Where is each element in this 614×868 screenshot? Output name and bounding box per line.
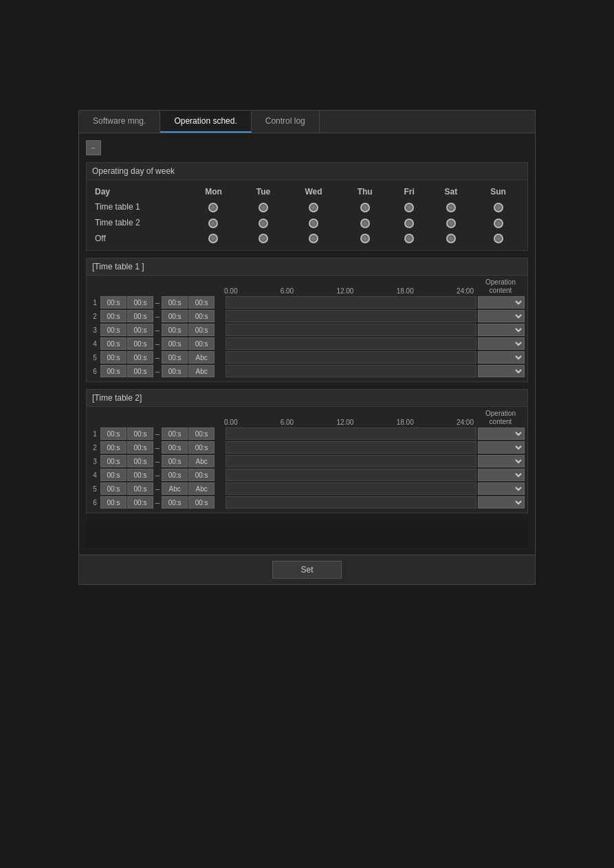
tt1-sun[interactable] — [473, 199, 523, 215]
t1r1-from1[interactable] — [100, 296, 127, 309]
op-select-5[interactable] — [478, 351, 525, 364]
t2r5-to1[interactable] — [162, 482, 188, 495]
t1r2-from1[interactable] — [100, 310, 127, 322]
tt1-tue[interactable] — [240, 199, 287, 215]
t1r1-to2[interactable] — [188, 296, 215, 309]
set-button[interactable]: Set — [272, 561, 341, 579]
tt2-thu[interactable] — [340, 215, 389, 231]
t1r1-to1[interactable] — [162, 296, 188, 309]
t1r6-from2[interactable] — [127, 365, 153, 377]
t2r1-to2[interactable] — [188, 427, 215, 440]
tt1-wed[interactable] — [287, 199, 340, 215]
tt2-mon[interactable] — [187, 215, 240, 231]
t1r3-from2[interactable] — [127, 324, 153, 336]
t2r2-to1[interactable] — [162, 441, 188, 454]
tab-software-mng[interactable]: Software mng. — [79, 111, 160, 133]
t1r3-to2[interactable] — [188, 324, 215, 336]
t1r3-from1[interactable] — [100, 324, 127, 336]
t2r4-to1[interactable] — [162, 469, 188, 481]
t2-op-select-4[interactable] — [478, 469, 525, 481]
t1r1-from2[interactable] — [127, 296, 153, 309]
t1r6-to1[interactable] — [162, 365, 188, 377]
off-sun[interactable] — [473, 231, 523, 247]
dow-section-content: Day Mon Tue Wed Thu Fri Sat Sun Time tab — [87, 180, 527, 250]
t1r6-to2[interactable] — [188, 365, 215, 377]
off-tue[interactable] — [240, 231, 287, 247]
t1r5-from2[interactable] — [127, 351, 153, 364]
tt1-mon[interactable] — [187, 199, 240, 215]
timetable2-row-4: 4 – — [89, 469, 525, 481]
t2r2-to2[interactable] — [188, 441, 215, 454]
t1r4-from2[interactable] — [127, 337, 153, 350]
tt2-tue[interactable] — [240, 215, 287, 231]
time-inputs-2: – — [100, 310, 224, 322]
t1r5-to1[interactable] — [162, 351, 188, 364]
t2r4-from1[interactable] — [100, 469, 127, 481]
t2-op-select-1[interactable] — [478, 427, 525, 440]
t2r6-to1[interactable] — [162, 496, 188, 509]
t2-op-select-6[interactable] — [478, 496, 525, 509]
op-select-3[interactable] — [478, 324, 525, 336]
tt1-fri[interactable] — [389, 199, 428, 215]
t2r3-to1[interactable] — [162, 455, 188, 467]
axis2-label-12: 12.00 — [336, 419, 353, 426]
toolbar: − — [86, 140, 528, 155]
t1r4-from1[interactable] — [100, 337, 127, 350]
tt2-sat[interactable] — [429, 215, 473, 231]
tt2-sun[interactable] — [473, 215, 523, 231]
dow-col-sun: Sun — [473, 184, 523, 199]
off-fri[interactable] — [389, 231, 428, 247]
t1r4-to2[interactable] — [188, 337, 215, 350]
tab-control-log[interactable]: Control log — [252, 111, 320, 133]
toolbar-minus-button[interactable]: − — [86, 140, 101, 155]
op-select-2[interactable] — [478, 310, 525, 322]
off-sat[interactable] — [429, 231, 473, 247]
t2r4-to2[interactable] — [188, 469, 215, 481]
t2-row-num-3: 3 — [89, 458, 100, 465]
time-inputs-4: – — [100, 337, 224, 350]
tt2-fri[interactable] — [389, 215, 428, 231]
row-num-6: 6 — [89, 368, 100, 375]
t2r1-from2[interactable] — [127, 427, 153, 440]
op-select-6[interactable] — [478, 365, 525, 377]
t1r5-to2[interactable] — [188, 351, 215, 364]
op-select-1[interactable] — [478, 296, 525, 309]
tab-operation-sched[interactable]: Operation sched. — [160, 111, 251, 133]
t1r4-to1[interactable] — [162, 337, 188, 350]
t2r6-from2[interactable] — [127, 496, 153, 509]
tt1-sat[interactable] — [429, 199, 473, 215]
t1r5-from1[interactable] — [100, 351, 127, 364]
t2r5-from1[interactable] — [100, 482, 127, 495]
axis-label-24: 24:00 — [457, 287, 474, 295]
op-select-4[interactable] — [478, 337, 525, 350]
tt1-thu[interactable] — [340, 199, 389, 215]
tt2-wed[interactable] — [287, 215, 340, 231]
timetable2-row-3: 3 – — [89, 455, 525, 467]
t2r5-from2[interactable] — [127, 482, 153, 495]
t2-op-select-2[interactable] — [478, 441, 525, 454]
t1r2-from2[interactable] — [127, 310, 153, 322]
t2r3-to2[interactable] — [188, 455, 215, 467]
t2r3-from2[interactable] — [127, 455, 153, 467]
t2r5-to2[interactable] — [188, 482, 215, 495]
off-mon[interactable] — [187, 231, 240, 247]
t2r2-from2[interactable] — [127, 441, 153, 454]
t2r6-from1[interactable] — [100, 496, 127, 509]
t2-op-select-5[interactable] — [478, 482, 525, 495]
t2r4-from2[interactable] — [127, 469, 153, 481]
t2-op-select-3[interactable] — [478, 455, 525, 467]
t2r6-to2[interactable] — [188, 496, 215, 509]
t2r1-to1[interactable] — [162, 427, 188, 440]
t1r2-to2[interactable] — [188, 310, 215, 322]
t2-time-sep-4: – — [155, 471, 160, 479]
t2r3-from1[interactable] — [100, 455, 127, 467]
table-row: Off — [91, 231, 523, 247]
t1r2-to1[interactable] — [162, 310, 188, 322]
dow-col-thu: Thu — [340, 184, 389, 199]
t2r2-from1[interactable] — [100, 441, 127, 454]
off-thu[interactable] — [340, 231, 389, 247]
t1r3-to1[interactable] — [162, 324, 188, 336]
t1r6-from1[interactable] — [100, 365, 127, 377]
t2r1-from1[interactable] — [100, 427, 127, 440]
off-wed[interactable] — [287, 231, 340, 247]
